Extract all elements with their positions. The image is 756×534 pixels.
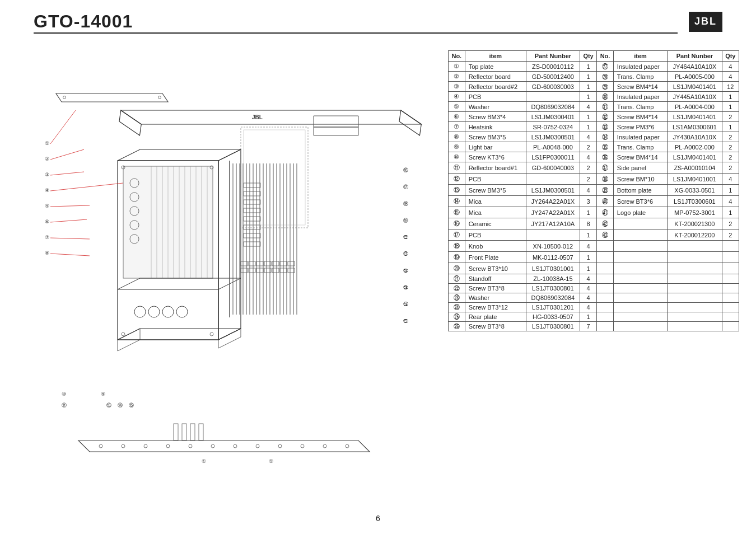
svg-line-86: [50, 149, 84, 160]
svg-text:⑦: ⑦: [45, 235, 49, 240]
cell-qty2: 12: [722, 82, 739, 92]
cell-no2: [597, 241, 614, 252]
cell-no2: ㉞: [597, 132, 614, 142]
cell-no2: ㊴: [597, 185, 614, 196]
svg-line-98: [50, 254, 90, 256]
header: GTO-14001 JBL: [34, 11, 722, 32]
table-row: ④ PCB 1 ㉚ Insulated paper JY445A10A10X 1: [449, 92, 739, 102]
cell-part2: LS1JM0401401: [668, 152, 722, 162]
svg-text:②: ②: [45, 156, 49, 162]
cell-no1: ④: [449, 92, 465, 102]
cell-item2: Trans. Clamp: [613, 142, 667, 152]
cell-no1: ⑤: [449, 102, 465, 112]
cell-qty2: 1: [722, 185, 739, 196]
cell-qty2: [722, 293, 739, 303]
svg-line-92: [50, 205, 90, 207]
cell-part1: LS1JM0300501: [526, 185, 580, 196]
cell-no2: ㊳: [597, 174, 614, 185]
cell-no1: ⑦: [449, 122, 465, 132]
cell-item1: PCB: [465, 229, 526, 241]
col-header-no1: No.: [449, 51, 465, 62]
svg-marker-0: [119, 110, 423, 124]
table-row: ⑯ Ceramic JY217A12A10A 8 ㊷ KT-200021300 …: [449, 218, 739, 229]
table-row: ⑭ Mica JY264A22A01X 3 ㊵ Screw BT3*6 LS1J…: [449, 196, 739, 207]
cell-part1: GD-600040003: [526, 162, 580, 174]
cell-no1: ⑩: [449, 152, 465, 162]
cell-qty2: [722, 252, 739, 263]
svg-text:JBL: JBL: [252, 114, 263, 120]
svg-text:③: ③: [45, 172, 49, 177]
cell-item2: Screw BM*10: [613, 174, 667, 185]
cell-qty1: 4: [580, 102, 596, 112]
cell-part2: LS1JM0401401: [668, 82, 722, 92]
cell-part1: GD-600030003: [526, 82, 580, 92]
cell-part1: SR-0752-0324: [526, 122, 580, 132]
cell-no2: ㉛: [597, 102, 614, 112]
svg-point-113: [63, 96, 66, 99]
cell-item1: Rear plate: [465, 312, 526, 322]
cell-no1: ㉒: [449, 284, 465, 293]
cell-no2: ㊵: [597, 196, 614, 207]
cell-no2: [597, 293, 614, 303]
cell-qty2: 1: [722, 122, 739, 132]
cell-item1: Washer: [465, 102, 526, 112]
cell-qty1: 1: [580, 122, 596, 132]
cell-item2: Logo plate: [613, 207, 667, 218]
cell-item2: Insulated paper: [613, 62, 667, 72]
cell-qty1: 1: [580, 82, 596, 92]
svg-line-88: [50, 172, 84, 175]
cell-item1: Screw BT3*12: [465, 303, 526, 312]
cell-item2: [613, 241, 667, 252]
cell-qty1: 2: [580, 162, 596, 174]
svg-marker-119: [78, 441, 370, 452]
cell-no1: ⑬: [449, 185, 465, 196]
cell-qty2: [722, 322, 739, 331]
table-row: ⑪ Reflector board#1 GD-600040003 2 ㊲ Sid…: [449, 162, 739, 174]
cell-part1: [526, 229, 580, 241]
svg-marker-112: [56, 93, 168, 102]
svg-line-90: [50, 183, 123, 191]
cell-part2: PL-A0005-000: [668, 72, 722, 82]
svg-point-114: [158, 96, 161, 99]
cell-item1: Reflector board: [465, 72, 526, 82]
svg-rect-116: [182, 424, 186, 441]
svg-marker-46: [118, 329, 241, 340]
page-number: 6: [376, 514, 380, 523]
svg-text:①: ①: [269, 458, 273, 464]
cell-no2: ㉙: [597, 82, 614, 92]
cell-no2: ㊸: [597, 229, 614, 241]
title-divider: [34, 32, 678, 34]
cell-item1: Light bar: [465, 142, 526, 152]
jbl-logo: JBL: [689, 12, 722, 32]
cell-item1: Mica: [465, 207, 526, 218]
cell-qty2: 1: [722, 207, 739, 218]
cell-item2: Screw PM3*6: [613, 122, 667, 132]
cell-no1: ⑥: [449, 112, 465, 122]
table-row: ⑬ Screw BM3*5 LS1JM0300501 4 ㊴ Bottom pl…: [449, 185, 739, 196]
cell-item1: Mica: [465, 196, 526, 207]
svg-point-122: [144, 444, 147, 448]
cell-item1: Knob: [465, 241, 526, 252]
cell-no1: ⑱: [449, 241, 465, 252]
svg-marker-81: [314, 127, 358, 135]
col-header-no2: No.: [597, 51, 614, 62]
svg-text:①: ①: [202, 458, 206, 464]
table-row: ⑳ Screw BT3*10 LS1JT0301001 1: [449, 263, 739, 274]
diagram-area: JBL: [22, 45, 448, 512]
cell-no1: ㉔: [449, 303, 465, 312]
svg-marker-2: [117, 110, 143, 135]
table-row: ⑩ Screw KT3*6 LS1FP0300011 4 ㊱ Screw BM4…: [449, 152, 739, 162]
cell-item1: Screw BM3*5: [465, 185, 526, 196]
table-row: ⑨ Light bar PL-A0048-000 2 ㉟ Trans. Clam…: [449, 142, 739, 152]
svg-text:⑮: ⑮: [129, 402, 134, 408]
svg-point-55: [122, 332, 125, 336]
cell-qty2: [722, 303, 739, 312]
cell-part1: MK-0112-0507: [526, 252, 580, 263]
col-header-item2: item: [613, 51, 667, 62]
cell-part1: XN-10500-012: [526, 241, 580, 252]
cell-no1: ⑧: [449, 132, 465, 142]
cell-qty1: 3: [580, 196, 596, 207]
svg-point-127: [256, 444, 259, 448]
cell-qty1: 1: [580, 207, 596, 218]
cell-item1: Screw KT3*6: [465, 152, 526, 162]
